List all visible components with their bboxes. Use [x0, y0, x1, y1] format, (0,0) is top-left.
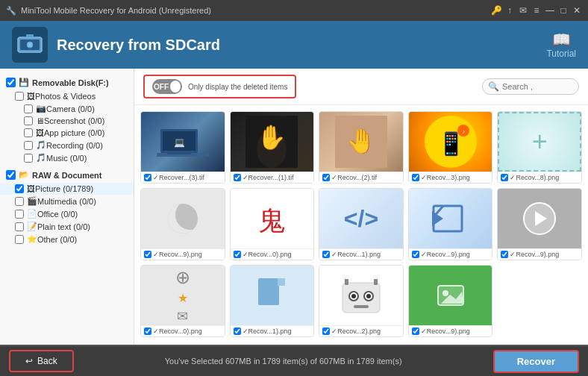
grid-item-5[interactable]: + ✓Recov...8).png	[497, 111, 582, 184]
key-icon[interactable]: 🔑	[491, 5, 501, 16]
grid-check-5[interactable]	[501, 174, 508, 181]
grid-image-5: +	[498, 112, 581, 172]
plus-icon: +	[532, 126, 548, 157]
page-title: Recovery from SDCard	[57, 37, 220, 54]
multimedia-checkbox[interactable]	[15, 197, 24, 206]
grid-item-6[interactable]: ✓Recov...9).png	[140, 188, 225, 260]
up-icon[interactable]: ↑	[504, 5, 515, 16]
sidebar-item-multimedia[interactable]: 🎬 Multimedia (0/0)	[0, 195, 134, 207]
svg-rect-31	[354, 305, 369, 308]
close-button[interactable]: ✕	[572, 5, 582, 16]
sidebar-item-recording[interactable]: 🎵 Recording (0/0)	[0, 139, 134, 151]
grid-check-13[interactable]	[322, 328, 330, 335]
play-triangle	[535, 211, 547, 226]
sidebar-item-plain-text[interactable]: 📝 Plain text (0/0)	[0, 220, 134, 233]
grid-label-12: ✓Recov...1).png	[231, 325, 314, 336]
grid-check-14[interactable]	[412, 328, 419, 335]
recording-icon: 🎵	[36, 140, 46, 150]
grid-item-12[interactable]: ✓Recov...1).png	[230, 265, 315, 337]
toggle-description: Only display the deleted items	[188, 83, 287, 91]
sidebar-item-camera[interactable]: 📷 Camera (0/0)	[0, 102, 134, 115]
grid-item-10[interactable]: ✓Recov...9).png	[497, 188, 582, 260]
menu-icon[interactable]: ≡	[531, 5, 542, 16]
sidebar-item-office[interactable]: 📄 Office (0/0)	[0, 207, 134, 220]
grid-label-1: ✓Recover...(3).tif	[141, 172, 225, 183]
toggle-area[interactable]: OFF Only display the deleted items	[143, 75, 296, 98]
svg-point-29	[351, 294, 356, 298]
svg-text:鬼: 鬼	[258, 205, 285, 236]
grid-label-8: ✓Recov...1).png	[319, 248, 403, 260]
grid-item-9[interactable]: ✓Recov...9).png	[408, 188, 493, 260]
sidebar-item-app-picture[interactable]: 🖼 App picture (0/0)	[0, 127, 134, 139]
grid-image-4: 📱 ♪	[409, 112, 492, 172]
screenshot-icon: 🖥	[36, 116, 44, 125]
grid-check-2[interactable]	[234, 174, 241, 181]
search-wrap: 🔍	[482, 78, 579, 95]
grid-item-3[interactable]: 🤚 ✓Recov...(2).tif	[319, 111, 404, 184]
grid-check-3[interactable]	[322, 174, 330, 181]
tutorial-button[interactable]: 📖 Tutorial	[546, 31, 576, 59]
mail-icon[interactable]: ✉	[518, 5, 528, 16]
grid-image-10	[498, 189, 581, 248]
grid-item-1[interactable]: 💻 ✓Recover...(3).tif	[140, 111, 225, 184]
removable-disk-label: Removable Disk(F:)	[32, 78, 109, 87]
camera-checkbox[interactable]	[24, 104, 33, 113]
music-icon: 🎵	[36, 153, 46, 163]
grid-check-10[interactable]	[501, 251, 508, 258]
grid-item-7[interactable]: 鬼 ✓Recov...0).png	[230, 188, 315, 260]
app-picture-checkbox[interactable]	[24, 128, 33, 137]
screenshot-checkbox[interactable]	[24, 116, 33, 125]
title-bar: 🔧 MiniTool Mobile Recovery for Android (…	[0, 0, 588, 21]
svg-point-36	[442, 290, 448, 296]
title-bar-controls[interactable]: 🔑 ↑ ✉ ≡ — □ ✕	[491, 5, 582, 16]
grid-item-4[interactable]: 📱 ♪ ✓Recov...3).png	[408, 111, 493, 184]
recover-button[interactable]: Recover	[493, 350, 579, 373]
grid-label-9: ✓Recov...9).png	[409, 248, 492, 260]
picture-icon: 🖼	[27, 184, 35, 193]
back-button[interactable]: ↩ Back	[9, 350, 74, 372]
recording-checkbox[interactable]	[24, 141, 33, 150]
grid-item-11[interactable]: ⊕ ★ ✉ ✓Recov...0).png	[140, 265, 225, 337]
grid-check-4[interactable]	[412, 174, 419, 181]
grid-check-11[interactable]	[144, 328, 151, 335]
music-checkbox[interactable]	[24, 154, 33, 163]
svg-rect-7	[167, 151, 191, 154]
grid-check-6[interactable]	[144, 251, 151, 258]
svg-text:💻: 💻	[173, 137, 184, 148]
photos-videos-checkbox[interactable]	[15, 92, 24, 101]
sidebar: 💾 Removable Disk(F:) 🖼 Photos & Videos 📷…	[0, 69, 134, 345]
raw-document-icon: 📂	[19, 170, 29, 180]
raw-document-checkbox[interactable]	[6, 170, 16, 180]
sidebar-item-other[interactable]: ⭐ Other (0/0)	[0, 233, 134, 245]
grid-item-8[interactable]: </> ✓Recov...1).png	[319, 188, 404, 260]
app-icon: 🔧	[6, 6, 16, 16]
picture-checkbox[interactable]	[15, 184, 24, 193]
sidebar-item-picture[interactable]: 🖼 Picture (0/1789)	[0, 183, 134, 195]
removable-disk-checkbox[interactable]	[6, 78, 16, 87]
svg-rect-2	[26, 34, 34, 37]
maximize-button[interactable]: □	[558, 5, 569, 16]
grid-check-12[interactable]	[234, 328, 241, 335]
minimize-button[interactable]: —	[545, 5, 555, 16]
toggle-off-label: OFF	[154, 83, 169, 91]
sidebar-item-screenshot[interactable]: 🖥 Screenshot (0/0)	[0, 115, 134, 127]
grid-item-13[interactable]: ✓Recov...2).png	[319, 265, 404, 337]
grid-check-9[interactable]	[412, 251, 419, 258]
sidebar-item-music[interactable]: 🎵 Music (0/0)	[0, 151, 134, 164]
grid-check-1[interactable]	[144, 174, 151, 181]
grid-check-7[interactable]	[234, 251, 241, 258]
header: Recovery from SDCard 📖 Tutorial	[0, 21, 588, 69]
sidebar-item-photos-videos[interactable]: 🖼 Photos & Videos	[0, 90, 134, 102]
plain-text-checkbox[interactable]	[15, 222, 24, 231]
sidebar-item-raw-document[interactable]: 📂 RAW & Document	[0, 167, 134, 183]
grid-item-2[interactable]: ✋ ✓Recover...(1).tif	[230, 111, 315, 184]
plain-text-icon: 📝	[27, 222, 37, 231]
office-checkbox[interactable]	[15, 210, 24, 219]
sidebar-item-removable-disk[interactable]: 💾 Removable Disk(F:)	[0, 75, 134, 90]
search-icon: 🔍	[488, 81, 499, 92]
other-checkbox[interactable]	[15, 235, 24, 244]
grid-check-8[interactable]	[322, 251, 330, 258]
grid-image-13	[319, 266, 403, 325]
grid-item-14[interactable]: ✓Recov...9).png	[408, 265, 493, 337]
toggle-switch[interactable]: OFF	[152, 79, 182, 94]
